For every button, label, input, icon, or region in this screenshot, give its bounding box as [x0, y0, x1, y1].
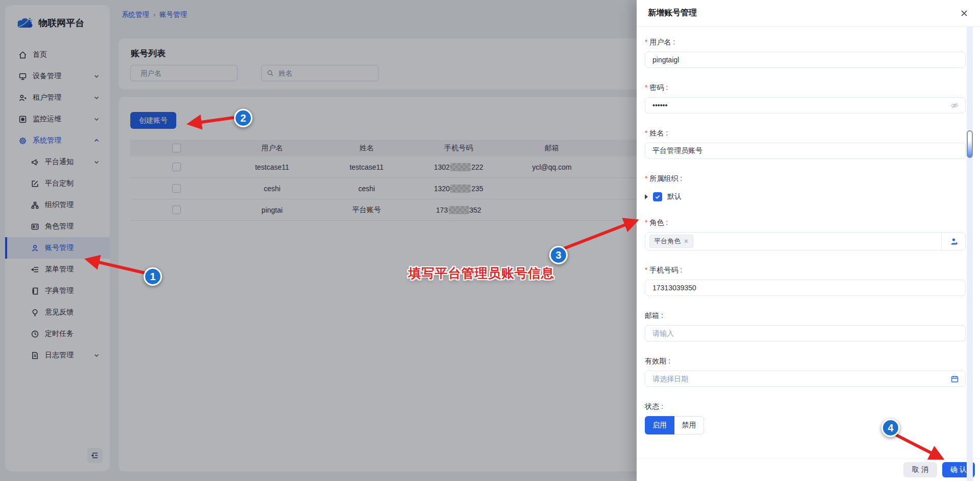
org-default-checkbox[interactable]	[653, 192, 662, 201]
person-add-icon	[948, 236, 959, 246]
drawer-footer: 取 消 确 认	[637, 458, 980, 481]
caret-right-icon[interactable]	[645, 194, 648, 199]
calendar-icon[interactable]	[950, 375, 959, 383]
username-input[interactable]	[651, 55, 959, 64]
field-username: 用户名 :	[645, 38, 966, 68]
field-email: 邮箱 :	[645, 311, 966, 341]
eye-off-icon[interactable]	[950, 101, 959, 110]
field-label: 角色 :	[645, 218, 966, 227]
step-badge-4: 4	[881, 419, 900, 437]
field-status: 状态 : 启用 禁用	[645, 402, 966, 434]
step-badge-1: 1	[144, 267, 162, 286]
field-label: 状态 :	[645, 402, 966, 411]
drawer-body: 用户名 : 密码 : 姓名 : 所属组织 : 默认	[637, 27, 980, 458]
field-phone: 手机号码 :	[645, 266, 966, 296]
role-tag: 平台角色 ✕	[649, 235, 693, 248]
field-label: 手机号码 :	[645, 266, 966, 275]
email-input[interactable]	[651, 329, 959, 338]
org-node-label[interactable]: 默认	[667, 192, 682, 201]
add-role-button[interactable]	[941, 233, 965, 250]
password-input[interactable]	[651, 101, 950, 110]
add-account-drawer: 新增账号管理 用户名 : 密码 : 姓名 : 所属组织 :	[637, 0, 980, 481]
status-disabled-button[interactable]: 禁用	[674, 416, 704, 434]
field-fullname: 姓名 :	[645, 129, 966, 159]
drawer-scrollbar-thumb[interactable]	[967, 130, 973, 158]
field-password: 密码 :	[645, 83, 966, 113]
status-enabled-button[interactable]: 启用	[645, 416, 674, 434]
drawer-scrollbar-track[interactable]	[967, 27, 973, 481]
field-validity: 有效期 :	[645, 357, 966, 387]
field-label: 密码 :	[645, 83, 966, 93]
field-organization: 所属组织 : 默认	[645, 174, 966, 203]
step-badge-3: 3	[549, 246, 568, 264]
step-badge-2: 2	[234, 109, 252, 127]
validity-input[interactable]	[651, 374, 950, 383]
date-picker[interactable]	[645, 371, 966, 387]
status-toggle: 启用 禁用	[645, 416, 966, 434]
drawer-title: 新增账号管理	[648, 8, 697, 18]
tag-remove-icon[interactable]: ✕	[684, 238, 689, 245]
field-label: 邮箱 :	[645, 311, 966, 320]
annotation-note: 填写平台管理员账号信息	[408, 265, 554, 282]
field-label: 用户名 :	[645, 38, 966, 47]
cancel-button[interactable]: 取 消	[903, 462, 937, 477]
drawer-header: 新增账号管理	[637, 0, 980, 27]
field-label: 有效期 :	[645, 357, 966, 366]
role-select[interactable]: 平台角色 ✕	[645, 232, 966, 250]
field-label: 所属组织 :	[645, 174, 966, 184]
fullname-input[interactable]	[651, 146, 959, 155]
org-tree-node: 默认	[645, 191, 966, 203]
phone-input[interactable]	[651, 283, 959, 292]
close-icon[interactable]	[960, 9, 969, 18]
field-label: 姓名 :	[645, 129, 966, 138]
field-role: 角色 : 平台角色 ✕	[645, 218, 966, 250]
app-root: 物联网平台 首页 设备管理 租户管理 监控运维	[0, 0, 980, 481]
